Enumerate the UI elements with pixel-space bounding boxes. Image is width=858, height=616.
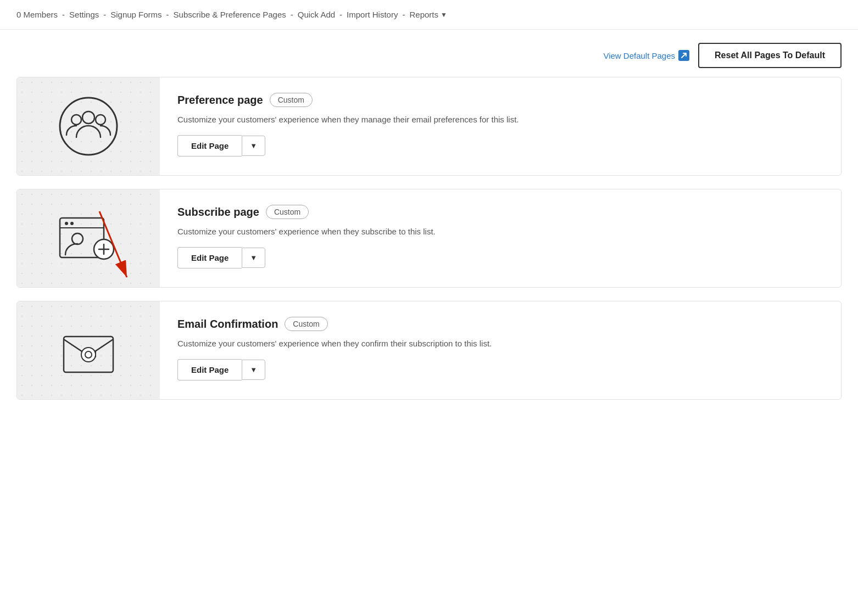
email-confirmation-content: Email Confirmation Custom Customize your… [160, 301, 841, 399]
email-confirmation-badge: Custom [285, 317, 327, 331]
email-confirmation-dropdown-button[interactable]: ▼ [242, 360, 265, 380]
subscribe-page-content: Subscribe page Custom Customize your cus… [160, 189, 841, 287]
email-confirmation-title-row: Email Confirmation Custom [177, 317, 823, 331]
subscribe-page-card: Subscribe page Custom Customize your cus… [16, 189, 842, 288]
chevron-down-icon: ▼ [250, 366, 257, 374]
preference-page-title: Preference page [177, 94, 263, 107]
chevron-down-icon: ▼ [250, 254, 257, 262]
svg-point-2 [82, 111, 94, 124]
nav-signup-forms[interactable]: Signup Forms [110, 10, 161, 19]
subscribe-page-icon-area [17, 189, 160, 287]
preference-page-desc: Customize your customers' experience whe… [177, 114, 529, 126]
preference-page-dropdown-button[interactable]: ▼ [242, 136, 265, 156]
email-confirmation-edit-group: Edit Page ▼ [177, 359, 823, 380]
svg-point-8 [70, 222, 74, 225]
preference-page-edit-group: Edit Page ▼ [177, 135, 823, 156]
cards-container: Preference page Custom Customize your cu… [0, 77, 858, 422]
subscribe-icon [55, 208, 121, 268]
nav-sep-6: - [402, 10, 405, 19]
nav-sep-2: - [103, 10, 106, 19]
preference-page-edit-button[interactable]: Edit Page [177, 135, 242, 156]
preference-page-badge: Custom [270, 93, 313, 107]
nav-import-history[interactable]: Import History [347, 10, 398, 19]
top-navigation: 0 Members - Settings - Signup Forms - Su… [0, 0, 858, 30]
chevron-down-icon: ▼ [441, 11, 447, 19]
svg-point-16 [85, 351, 92, 358]
external-link-icon [678, 50, 689, 61]
email-confirmation-edit-button[interactable]: Edit Page [177, 359, 242, 380]
email-confirmation-icon-area [17, 301, 160, 399]
nav-sep-3: - [166, 10, 169, 19]
chevron-down-icon: ▼ [250, 142, 257, 150]
nav-subscribe-preference[interactable]: Subscribe & Preference Pages [174, 10, 286, 19]
nav-members[interactable]: 0 Members [16, 10, 58, 19]
subscribe-page-title: Subscribe page [177, 206, 259, 219]
view-default-pages-label: View Default Pages [603, 51, 675, 60]
subscribe-page-badge: Custom [266, 205, 309, 219]
nav-reports[interactable]: Reports ▼ [409, 10, 447, 19]
preference-page-card: Preference page Custom Customize your cu… [16, 77, 842, 176]
subscribe-page-title-row: Subscribe page Custom [177, 205, 823, 219]
svg-point-3 [96, 115, 105, 125]
preference-page-content: Preference page Custom Customize your cu… [160, 77, 841, 175]
reset-all-pages-button[interactable]: Reset All Pages To Default [698, 43, 842, 68]
groups-icon [55, 93, 121, 159]
email-confirmation-card: Email Confirmation Custom Customize your… [16, 301, 842, 400]
nav-sep-5: - [339, 10, 342, 19]
email-icon [58, 320, 119, 380]
subscribe-page-edit-button[interactable]: Edit Page [177, 247, 242, 268]
subscribe-page-edit-group: Edit Page ▼ [177, 247, 823, 268]
nav-reports-label: Reports [409, 10, 438, 19]
subscribe-page-desc: Customize your customers' experience whe… [177, 226, 529, 238]
preference-page-icon-area [17, 77, 160, 175]
nav-settings[interactable]: Settings [69, 10, 99, 19]
page-actions: View Default Pages Reset All Pages To De… [0, 30, 858, 77]
subscribe-page-dropdown-button[interactable]: ▼ [242, 248, 265, 268]
svg-point-1 [71, 115, 81, 125]
nav-sep-1: - [62, 10, 65, 19]
email-confirmation-desc: Customize your customers' experience whe… [177, 338, 529, 350]
nav-sep-4: - [291, 10, 293, 19]
nav-quick-add[interactable]: Quick Add [298, 10, 335, 19]
email-confirmation-title: Email Confirmation [177, 318, 278, 331]
preference-page-title-row: Preference page Custom [177, 93, 823, 107]
svg-point-7 [65, 222, 68, 225]
view-default-pages-link[interactable]: View Default Pages [603, 50, 689, 61]
svg-point-10 [72, 233, 83, 244]
